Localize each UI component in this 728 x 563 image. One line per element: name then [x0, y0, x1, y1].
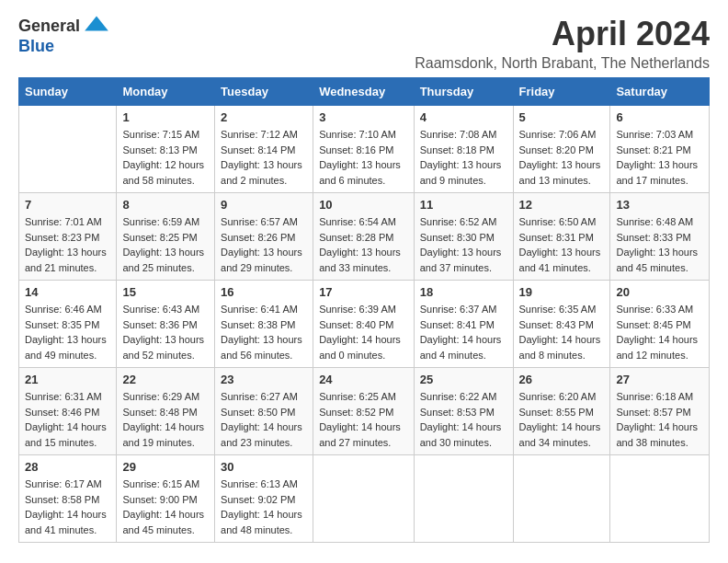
week-row-0: 1Sunrise: 7:15 AMSunset: 8:13 PMDaylight… [19, 106, 710, 193]
day-number: 28 [25, 460, 110, 474]
day-cell [610, 455, 710, 543]
day-number: 21 [25, 373, 110, 386]
day-number: 2 [221, 110, 307, 124]
day-cell: 15Sunrise: 6:43 AMSunset: 8:36 PMDayligh… [117, 281, 215, 368]
day-cell [19, 106, 117, 193]
day-cell: 29Sunrise: 6:15 AMSunset: 9:00 PMDayligh… [117, 455, 215, 543]
day-number: 4 [420, 110, 507, 124]
day-info: Sunrise: 7:01 AMSunset: 8:23 PMDaylight:… [25, 214, 110, 275]
day-cell: 24Sunrise: 6:25 AMSunset: 8:52 PMDayligh… [313, 368, 415, 455]
day-cell: 25Sunrise: 6:22 AMSunset: 8:53 PMDayligh… [414, 368, 513, 455]
day-info: Sunrise: 6:50 AMSunset: 8:31 PMDaylight:… [519, 214, 605, 275]
day-number: 5 [519, 110, 605, 124]
day-info: Sunrise: 6:48 AMSunset: 8:33 PMDaylight:… [616, 214, 703, 275]
day-info: Sunrise: 6:17 AMSunset: 8:58 PMDaylight:… [25, 477, 110, 537]
day-number: 29 [122, 460, 209, 474]
day-info: Sunrise: 6:22 AMSunset: 8:53 PMDaylight:… [420, 389, 507, 450]
day-cell: 27Sunrise: 6:18 AMSunset: 8:57 PMDayligh… [610, 368, 710, 455]
day-cell: 4Sunrise: 7:08 AMSunset: 8:18 PMDaylight… [414, 106, 513, 193]
week-row-3: 21Sunrise: 6:31 AMSunset: 8:46 PMDayligh… [19, 368, 710, 455]
day-info: Sunrise: 7:03 AMSunset: 8:21 PMDaylight:… [616, 127, 703, 188]
header-tuesday: Tuesday [215, 78, 313, 106]
day-info: Sunrise: 6:39 AMSunset: 8:40 PMDaylight:… [319, 302, 408, 362]
header: General Blue April 2024 Raamsdonk, North… [18, 15, 710, 72]
day-number: 19 [519, 285, 605, 299]
day-cell: 10Sunrise: 6:54 AMSunset: 8:28 PMDayligh… [313, 193, 415, 281]
day-info: Sunrise: 6:15 AMSunset: 9:00 PMDaylight:… [122, 477, 209, 537]
day-cell: 5Sunrise: 7:06 AMSunset: 8:20 PMDaylight… [513, 106, 610, 193]
day-cell: 14Sunrise: 6:46 AMSunset: 8:35 PMDayligh… [19, 281, 117, 368]
day-cell: 9Sunrise: 6:57 AMSunset: 8:26 PMDaylight… [215, 193, 313, 281]
day-number: 14 [25, 285, 110, 299]
header-wednesday: Wednesday [313, 78, 415, 106]
day-cell: 21Sunrise: 6:31 AMSunset: 8:46 PMDayligh… [19, 368, 117, 455]
day-number: 15 [122, 285, 209, 299]
day-number: 10 [319, 198, 408, 212]
day-cell: 30Sunrise: 6:13 AMSunset: 9:02 PMDayligh… [215, 455, 313, 543]
day-number: 9 [221, 198, 307, 212]
day-info: Sunrise: 6:46 AMSunset: 8:35 PMDaylight:… [25, 302, 110, 362]
day-cell: 28Sunrise: 6:17 AMSunset: 8:58 PMDayligh… [19, 455, 117, 543]
day-info: Sunrise: 7:08 AMSunset: 8:18 PMDaylight:… [420, 127, 507, 188]
header-thursday: Thursday [414, 78, 513, 106]
day-info: Sunrise: 6:43 AMSunset: 8:36 PMDaylight:… [122, 302, 209, 362]
day-number: 8 [122, 198, 209, 212]
day-cell [414, 455, 513, 543]
header-sunday: Sunday [19, 78, 117, 106]
day-cell: 23Sunrise: 6:27 AMSunset: 8:50 PMDayligh… [215, 368, 313, 455]
day-number: 12 [519, 198, 605, 212]
day-info: Sunrise: 6:25 AMSunset: 8:52 PMDaylight:… [319, 389, 408, 450]
day-info: Sunrise: 6:35 AMSunset: 8:43 PMDaylight:… [519, 302, 605, 362]
logo-blue-text: Blue [18, 37, 54, 55]
logo-icon [82, 15, 111, 37]
logo-general: General [18, 17, 80, 36]
day-number: 11 [420, 198, 507, 212]
day-info: Sunrise: 7:15 AMSunset: 8:13 PMDaylight:… [122, 127, 209, 188]
title-area: April 2024 Raamsdonk, North Brabant, The… [415, 15, 710, 72]
day-info: Sunrise: 6:57 AMSunset: 8:26 PMDaylight:… [221, 214, 307, 275]
day-info: Sunrise: 6:59 AMSunset: 8:25 PMDaylight:… [122, 214, 209, 275]
day-info: Sunrise: 6:52 AMSunset: 8:30 PMDaylight:… [420, 214, 507, 275]
day-info: Sunrise: 6:37 AMSunset: 8:41 PMDaylight:… [420, 302, 507, 362]
day-number: 16 [221, 285, 307, 299]
day-number: 3 [319, 110, 408, 124]
day-cell [513, 455, 610, 543]
day-info: Sunrise: 7:10 AMSunset: 8:16 PMDaylight:… [319, 127, 408, 188]
day-number: 17 [319, 285, 408, 299]
week-row-4: 28Sunrise: 6:17 AMSunset: 8:58 PMDayligh… [19, 455, 710, 543]
day-cell: 22Sunrise: 6:29 AMSunset: 8:48 PMDayligh… [117, 368, 215, 455]
svg-marker-0 [85, 17, 108, 31]
day-cell [313, 455, 415, 543]
day-info: Sunrise: 6:18 AMSunset: 8:57 PMDaylight:… [616, 389, 703, 450]
day-cell: 18Sunrise: 6:37 AMSunset: 8:41 PMDayligh… [414, 281, 513, 368]
day-cell: 2Sunrise: 7:12 AMSunset: 8:14 PMDaylight… [215, 106, 313, 193]
day-info: Sunrise: 7:06 AMSunset: 8:20 PMDaylight:… [519, 127, 605, 188]
day-number: 1 [122, 110, 209, 124]
day-cell: 3Sunrise: 7:10 AMSunset: 8:16 PMDaylight… [313, 106, 415, 193]
day-info: Sunrise: 6:41 AMSunset: 8:38 PMDaylight:… [221, 302, 307, 362]
day-number: 13 [616, 198, 703, 212]
day-cell: 17Sunrise: 6:39 AMSunset: 8:40 PMDayligh… [313, 281, 415, 368]
day-info: Sunrise: 6:29 AMSunset: 8:48 PMDaylight:… [122, 389, 209, 450]
day-number: 27 [616, 373, 703, 386]
day-number: 22 [122, 373, 209, 386]
day-info: Sunrise: 6:31 AMSunset: 8:46 PMDaylight:… [25, 389, 110, 450]
day-cell: 13Sunrise: 6:48 AMSunset: 8:33 PMDayligh… [610, 193, 710, 281]
subtitle: Raamsdonk, North Brabant, The Netherland… [415, 55, 710, 72]
day-number: 18 [420, 285, 507, 299]
month-title: April 2024 [415, 15, 710, 53]
day-info: Sunrise: 6:20 AMSunset: 8:55 PMDaylight:… [519, 389, 605, 450]
day-cell: 19Sunrise: 6:35 AMSunset: 8:43 PMDayligh… [513, 281, 610, 368]
day-info: Sunrise: 6:33 AMSunset: 8:45 PMDaylight:… [616, 302, 703, 362]
logo: General Blue [18, 15, 111, 56]
day-info: Sunrise: 7:12 AMSunset: 8:14 PMDaylight:… [221, 127, 307, 188]
day-number: 7 [25, 198, 110, 212]
week-row-1: 7Sunrise: 7:01 AMSunset: 8:23 PMDaylight… [19, 193, 710, 281]
header-friday: Friday [513, 78, 610, 106]
day-cell: 26Sunrise: 6:20 AMSunset: 8:55 PMDayligh… [513, 368, 610, 455]
week-row-2: 14Sunrise: 6:46 AMSunset: 8:35 PMDayligh… [19, 281, 710, 368]
day-number: 26 [519, 373, 605, 386]
day-cell: 16Sunrise: 6:41 AMSunset: 8:38 PMDayligh… [215, 281, 313, 368]
day-cell: 11Sunrise: 6:52 AMSunset: 8:30 PMDayligh… [414, 193, 513, 281]
day-number: 30 [221, 460, 307, 474]
